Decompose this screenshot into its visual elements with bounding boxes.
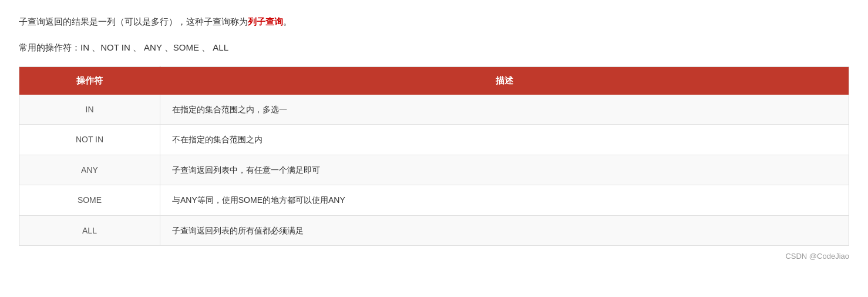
table-cell-description: 不在指定的集合范围之内 <box>160 125 849 155</box>
operators-table: 操作符 描述 IN在指定的集合范围之内，多选一NOT IN不在指定的集合范围之内… <box>19 66 849 246</box>
table-row: SOME与ANY等同，使用SOME的地方都可以使用ANY <box>19 185 849 215</box>
table-row: IN在指定的集合范围之内，多选一 <box>19 95 849 125</box>
table-cell-operator: SOME <box>19 185 160 215</box>
footer-note: CSDN @CodeJiao <box>19 252 849 261</box>
intro-paragraph: 子查询返回的结果是一列（可以是多行），这种子查询称为列子查询。 <box>19 14 849 29</box>
table-row: ANY子查询返回列表中，有任意一个满足即可 <box>19 155 849 185</box>
col-header-operator: 操作符 <box>19 67 160 95</box>
table-cell-description: 在指定的集合范围之内，多选一 <box>160 95 849 125</box>
table-cell-operator: IN <box>19 95 160 125</box>
table-cell-description: 子查询返回列表中，有任意一个满足即可 <box>160 155 849 185</box>
table-row: ALL子查询返回列表的所有值都必须满足 <box>19 215 849 245</box>
table-header-row: 操作符 描述 <box>19 67 849 95</box>
table-cell-description: 与ANY等同，使用SOME的地方都可以使用ANY <box>160 185 849 215</box>
table-cell-operator: ANY <box>19 155 160 185</box>
intro-text-before: 子查询返回的结果是一列（可以是多行），这种子查询称为 <box>19 16 248 26</box>
table-row: NOT IN不在指定的集合范围之内 <box>19 125 849 155</box>
table-cell-operator: ALL <box>19 215 160 245</box>
intro-text-after: 。 <box>283 16 292 26</box>
operators-line: 常用的操作符：IN 、NOT IN 、 ANY 、SOME 、 ALL <box>19 40 849 55</box>
table-cell-description: 子查询返回列表的所有值都必须满足 <box>160 215 849 245</box>
intro-highlight: 列子查询 <box>248 16 283 26</box>
col-header-description: 描述 <box>160 67 849 95</box>
table-cell-operator: NOT IN <box>19 125 160 155</box>
